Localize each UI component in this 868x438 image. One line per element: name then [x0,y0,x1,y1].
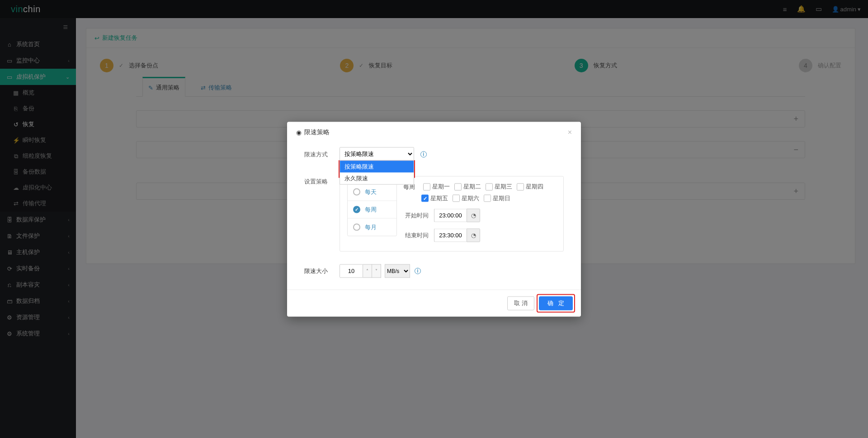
day-sun[interactable]: 星期日 [484,194,510,202]
day-tue[interactable]: 星期二 [454,183,481,191]
day-thu[interactable]: 星期四 [517,183,543,191]
day-mon[interactable]: 星期一 [423,183,450,191]
day-label: 星期六 [462,194,479,202]
row-policy: 设置策略 每天 每周 每月 每周 星期一 星期二 星期三 星期四 [304,174,564,251]
freq-label: 每天 [365,188,377,196]
info-icon[interactable]: i [415,268,421,274]
row-size: 限速大小 ˄ ˅ MB/s i [304,264,564,278]
day-label: 星期一 [432,183,450,191]
policy-panel: 每天 每周 每月 每周 星期一 星期二 星期三 星期四 星期五 [340,176,564,251]
modal-title: 限速策略 [304,128,330,136]
checkbox-icon [421,195,429,202]
mode-option-forever[interactable]: 永久限速 [340,172,414,184]
cancel-button[interactable]: 取 消 [507,296,534,310]
checkbox-icon [486,183,493,190]
mode-dropdown-list: 按策略限速 永久限速 [340,160,414,184]
spin-down-button[interactable]: ˅ [372,264,381,278]
checkbox-icon [454,183,462,190]
label-size: 限速大小 [304,267,340,275]
days-column: 每周 星期一 星期二 星期三 星期四 星期五 星期六 星期日 开始时间 [403,183,556,242]
modal-header: ◉限速策略 × [287,122,581,142]
frequency-column: 每天 每周 每月 [347,183,397,236]
close-icon[interactable]: × [568,128,572,136]
checkbox-icon [453,195,460,202]
mode-option-policy[interactable]: 按策略限速 [340,160,414,172]
day-label: 星期五 [430,194,448,202]
label-mode: 限速方式 [304,147,340,158]
checkbox-icon [517,183,524,190]
clock-icon[interactable]: ◔ [467,208,480,222]
day-label: 星期三 [495,183,512,191]
row-start-time: 开始时间 ◔ [403,208,556,222]
mode-select[interactable]: 按策略限速 [340,147,414,160]
day-label: 星期日 [493,194,510,202]
speed-limit-modal: ◉限速策略 × 限速方式 按策略限速 按策略限速 永久限速 i [287,122,581,316]
row-mode: 限速方式 按策略限速 按策略限速 永久限速 i [304,147,564,160]
freq-weekly[interactable]: 每周 [348,201,396,218]
day-label: 星期二 [463,183,481,191]
day-sat[interactable]: 星期六 [453,194,479,202]
size-input[interactable] [340,264,363,278]
modal-footer: 取 消 确 定 [287,289,581,316]
start-time-input[interactable] [434,208,467,222]
spin-up-button[interactable]: ˄ [363,264,372,278]
ok-button[interactable]: 确 定 [539,296,573,310]
label-end: 结束时间 [403,231,429,239]
day-label: 星期四 [526,183,543,191]
info-icon[interactable]: i [420,151,427,157]
radio-icon [353,206,360,213]
ok-highlight: 确 定 [539,296,573,310]
freq-monthly[interactable]: 每月 [348,218,396,235]
checkbox-icon [484,195,491,202]
radio-icon [353,223,360,231]
day-wed[interactable]: 星期三 [486,183,512,191]
checkbox-icon [423,183,430,190]
row-end-time: 结束时间 ◔ [403,228,556,242]
clock-icon[interactable]: ◔ [467,228,480,242]
label-policy: 设置策略 [304,174,340,185]
radio-icon [353,188,360,195]
unit-select[interactable]: MB/s [385,264,410,278]
end-time-input[interactable] [434,228,467,242]
freq-label: 每周 [365,205,377,213]
gauge-icon: ◉ [296,128,302,136]
freq-daily[interactable]: 每天 [348,183,396,201]
freq-label: 每月 [365,223,377,231]
day-fri[interactable]: 星期五 [421,194,448,202]
label-start: 开始时间 [403,211,429,219]
